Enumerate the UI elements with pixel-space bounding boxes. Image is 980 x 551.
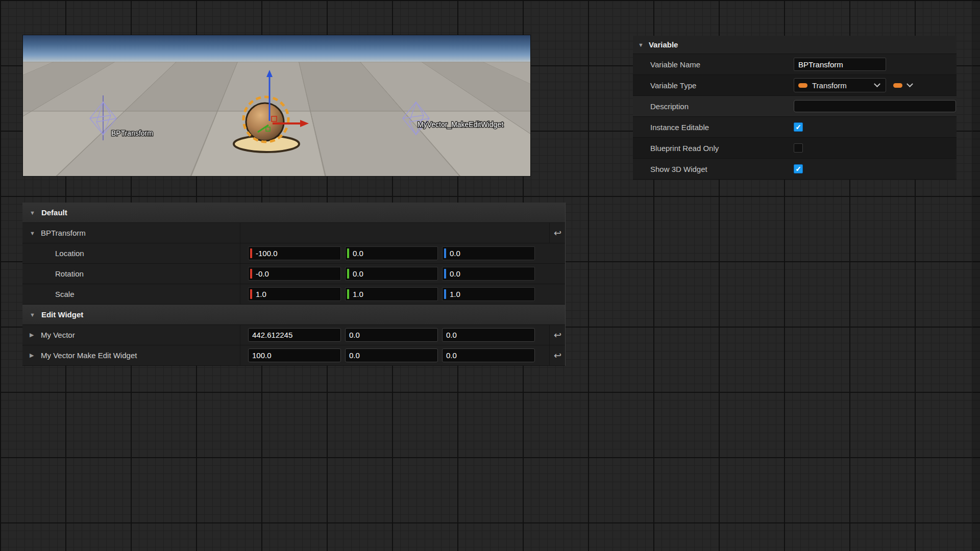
instance-editable-row: Instance Editable ✓ <box>633 117 957 138</box>
mvmew-y-input[interactable] <box>346 351 437 360</box>
variable-section-header[interactable]: ▼ Variable <box>633 36 957 54</box>
mvmew-x-input[interactable] <box>249 351 340 360</box>
rotation-fields <box>248 267 535 281</box>
scale-z-input[interactable] <box>446 290 534 298</box>
reset-column: ↩ <box>549 223 566 243</box>
location-y-input[interactable] <box>349 249 437 258</box>
my-vector-make-edit-widget-fields <box>248 348 535 362</box>
reset-column: ↩ <box>549 345 566 365</box>
rotation-row: Rotation <box>22 264 565 284</box>
category-edit-widget-title: Edit Widget <box>41 310 83 319</box>
3d-viewport[interactable]: BPTransform MyVector_MakeEditWidget <box>23 35 530 176</box>
transform-type-pill-icon <box>798 83 807 88</box>
my-vector-z-input[interactable] <box>443 331 534 339</box>
my-vector-y-field <box>345 328 438 342</box>
location-y-field <box>345 246 438 260</box>
my-vector-y-input[interactable] <box>346 331 437 339</box>
location-label: Location <box>55 249 84 258</box>
scale-label: Scale <box>55 290 75 298</box>
variable-type-row: Variable Type Transform <box>633 75 957 96</box>
location-z-input[interactable] <box>446 249 534 258</box>
instance-editable-label: Instance Editable <box>650 123 794 132</box>
blueprint-editor-background[interactable]: { "colors": { "x_axis": "#d83a2b", "y_ax… <box>0 0 980 551</box>
blueprint-read-only-row: Blueprint Read Only ✓ <box>633 138 957 159</box>
my-vector-make-edit-widget-row: ▶ My Vector Make Edit Widget ↩ <box>22 345 565 366</box>
show-3d-widget-checkbox[interactable]: ✓ <box>794 164 803 173</box>
myvector-widget-sprite <box>403 102 429 135</box>
rotation-x-input[interactable] <box>252 269 340 278</box>
my-vector-make-edit-widget-label: My Vector Make Edit Widget <box>41 351 137 360</box>
container-type-dropdown[interactable] <box>893 83 912 88</box>
instance-editable-checkbox[interactable]: ✓ <box>794 122 803 132</box>
reset-to-default-icon[interactable]: ↩ <box>554 351 561 360</box>
variable-name-row: Variable Name <box>633 54 957 75</box>
bptransform-property-label: BPTransform <box>41 229 86 237</box>
container-type-pill-icon <box>893 83 902 88</box>
expand-arrow-icon[interactable]: ▶ <box>30 332 34 338</box>
scale-row: Scale <box>22 284 565 305</box>
reset-column: ↩ <box>549 325 566 345</box>
show-3d-widget-row: Show 3D Widget ✓ <box>633 159 957 180</box>
my-vector-fields <box>248 328 535 342</box>
category-header-edit-widget[interactable]: ▼ Edit Widget <box>22 305 565 325</box>
my-vector-label: My Vector <box>41 331 75 339</box>
bptransform-scene-label: BPTransform <box>111 129 153 137</box>
scale-z-field <box>442 287 535 301</box>
scale-y-input[interactable] <box>349 290 437 298</box>
variable-name-label: Variable Name <box>650 60 794 69</box>
variable-type-label: Variable Type <box>650 81 794 90</box>
variable-type-dropdown[interactable]: Transform <box>794 78 886 92</box>
my-vector-z-field <box>442 328 535 342</box>
check-icon: ✓ <box>795 123 801 131</box>
my-vector-x-field <box>248 328 341 342</box>
rotation-y-input[interactable] <box>349 269 437 278</box>
expand-arrow-icon[interactable]: ▶ <box>30 352 34 359</box>
rotation-label: Rotation <box>55 269 84 278</box>
bptransform-property-row: ▼ BPTransform ↩ <box>22 223 565 243</box>
location-fields <box>248 246 535 260</box>
mvmew-x-field <box>248 348 341 362</box>
scale-y-field <box>345 287 438 301</box>
location-x-field <box>248 246 341 260</box>
variable-section-title: Variable <box>649 40 678 49</box>
category-header-default[interactable]: ▼ Default <box>22 203 565 223</box>
details-panel: ▼ Default ▼ BPTransform ↩ Location Ro <box>22 203 566 366</box>
my-vector-row: ▶ My Vector ↩ <box>22 325 565 345</box>
description-input[interactable] <box>794 100 956 112</box>
scale-fields <box>248 287 535 301</box>
category-default-title: Default <box>41 208 67 217</box>
viewport-scene-overlay: BPTransform MyVector_MakeEditWidget <box>23 35 530 176</box>
reset-to-default-icon[interactable]: ↩ <box>554 331 561 340</box>
collapse-arrow-icon[interactable]: ▼ <box>30 230 35 236</box>
mvmew-y-field <box>345 348 438 362</box>
myvector-scene-label: MyVector_MakeEditWidget <box>418 120 503 129</box>
right-edge-panel-strip <box>972 0 980 551</box>
reset-to-default-icon[interactable]: ↩ <box>554 229 561 238</box>
show-3d-widget-label: Show 3D Widget <box>650 165 794 173</box>
description-row: Description <box>633 96 957 117</box>
description-label: Description <box>650 102 794 111</box>
rotation-z-input[interactable] <box>446 269 534 278</box>
blueprint-read-only-label: Blueprint Read Only <box>650 144 794 153</box>
rotation-y-field <box>345 267 438 281</box>
collapse-arrow-icon[interactable]: ▼ <box>30 210 35 216</box>
variable-name-input[interactable] <box>794 58 886 71</box>
rotation-x-field <box>248 267 341 281</box>
location-row: Location <box>22 243 565 264</box>
sphere-mesh <box>246 103 284 141</box>
collapse-arrow-icon[interactable]: ▼ <box>638 42 644 48</box>
variable-panel: ▼ Variable Variable Name Variable Type T… <box>633 36 957 180</box>
chevron-down-icon <box>874 81 880 87</box>
mvmew-z-field <box>442 348 535 362</box>
location-x-input[interactable] <box>252 249 340 258</box>
mvmew-z-input[interactable] <box>443 351 534 360</box>
my-vector-x-input[interactable] <box>249 331 340 339</box>
check-icon: ✓ <box>795 165 801 172</box>
scale-x-input[interactable] <box>252 290 340 298</box>
scale-x-field <box>248 287 341 301</box>
rotation-z-field <box>442 267 535 281</box>
chevron-down-icon <box>906 81 913 87</box>
blueprint-read-only-checkbox[interactable]: ✓ <box>794 143 803 153</box>
collapse-arrow-icon[interactable]: ▼ <box>30 312 35 318</box>
variable-type-value: Transform <box>812 81 875 90</box>
